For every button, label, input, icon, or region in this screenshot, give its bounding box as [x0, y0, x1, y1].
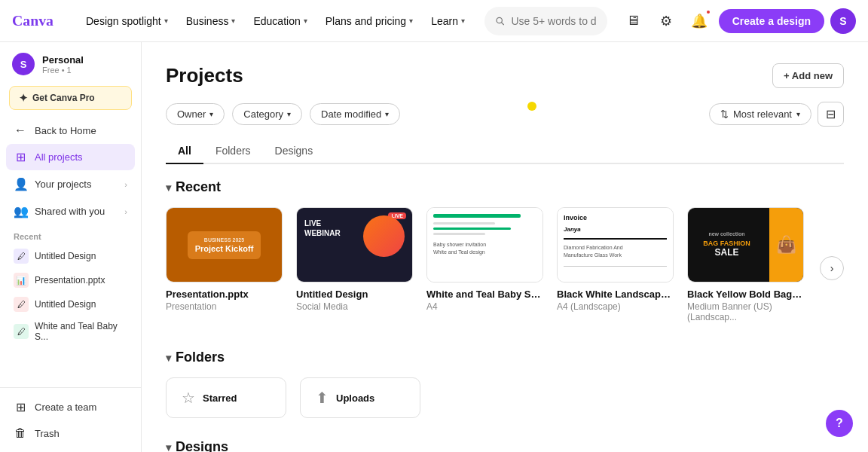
search-icon — [495, 15, 505, 27]
chevron-down-icon: ▾ — [164, 17, 168, 25]
thumbnail-presentation: BUSINESS 2025 Project Kickoff — [167, 208, 282, 282]
chevron-down-icon: ▾ — [209, 110, 213, 118]
filters-bar: Owner ▾ Category ▾ Date modified ▾ ⇅ Mos… — [166, 102, 844, 127]
recent-item-label: Untitled Design — [35, 299, 96, 310]
card-title: Presentation.pptx — [166, 289, 283, 300]
folder-label: Starred — [203, 392, 237, 404]
thumbnail-bw: Invoice Janya Diamond Fabrication AndMan… — [558, 208, 673, 282]
grid-icon: ⊞ — [14, 150, 27, 164]
profile-info: Personal Free • 1 — [42, 54, 84, 75]
recent-chevron-icon: ▾ — [166, 182, 171, 194]
card-baby-shower[interactable]: Baby shower invitationWhite and Teal des… — [426, 207, 543, 322]
chevron-right-icon: › — [124, 207, 127, 216]
thumbnail-fashion: new collection BAG FASHION SALE 👜 — [688, 208, 803, 282]
recent-item-label: Presentation.pptx — [35, 275, 105, 286]
sidebar-item-shared-with-you[interactable]: 👥 Shared with you › — [6, 198, 135, 224]
sort-area: ⇅ Most relevant ▾ ⊟ — [709, 102, 844, 127]
page-title: Projects — [166, 64, 243, 87]
chevron-down-icon: ▾ — [409, 17, 413, 25]
chevron-down-icon: ▾ — [461, 17, 465, 25]
nav-learn[interactable]: Learn ▾ — [423, 11, 472, 32]
trash-icon: 🗑 — [14, 426, 27, 440]
create-design-button[interactable]: Create a design — [719, 9, 824, 33]
sidebar-item-label: Trash — [35, 428, 60, 439]
card-subtitle: Social Media — [296, 301, 413, 312]
notification-wrapper: 🔔 — [686, 8, 713, 35]
sort-label: Most relevant — [733, 108, 792, 120]
sort-button[interactable]: ⇅ Most relevant ▾ — [709, 103, 811, 125]
tab-all[interactable]: All — [166, 139, 203, 164]
card-title: White and Teal Baby Sho... — [426, 289, 543, 300]
owner-filter-button[interactable]: Owner ▾ — [166, 103, 225, 125]
folders-chevron-icon: ▾ — [166, 352, 171, 364]
user-avatar-button[interactable]: S — [830, 8, 856, 34]
card-title: Black White Landscape O... — [557, 289, 674, 300]
people-icon: 👥 — [14, 204, 27, 218]
search-input[interactable] — [511, 15, 596, 27]
folders-section-title: ▾ Folders — [166, 350, 844, 365]
back-arrow-icon: ← — [14, 124, 27, 137]
recent-item-icon: 🖊 — [14, 249, 29, 264]
get-canva-pro-button[interactable]: ✦ Get Canva Pro — [9, 86, 132, 110]
folder-uploads[interactable]: ⬆ Uploads — [300, 377, 420, 418]
card-bw-landscape[interactable]: Invoice Janya Diamond Fabrication AndMan… — [557, 207, 674, 322]
sidebar-item-your-projects[interactable]: 👤 Your projects › — [6, 171, 135, 197]
nav-business[interactable]: Business ▾ — [179, 11, 243, 32]
card-subtitle: A4 (Landscape) — [557, 301, 674, 312]
help-button[interactable]: ? — [826, 410, 853, 437]
recent-item-label: White and Teal Baby S... — [35, 321, 127, 342]
topnav-right: 🖥 ⚙ 🔔 Create a design S — [619, 8, 856, 35]
svg-line-2 — [501, 22, 503, 24]
view-toggle-button[interactable]: ⊟ — [818, 102, 844, 127]
tabs-bar: All Folders Designs — [166, 139, 844, 164]
sidebar-item-label: Shared with you — [35, 206, 105, 217]
nav-education[interactable]: Education ▾ — [246, 11, 314, 32]
list-item[interactable]: 🖊 Untitled Design — [6, 292, 135, 316]
sidebar-item-create-team[interactable]: ⊞ Create a team — [6, 394, 135, 420]
list-item[interactable]: 🖊 Untitled Design — [6, 244, 135, 268]
card-title: Black Yellow Bold Bag Fa... — [687, 289, 804, 300]
star-icon: ✦ — [19, 92, 28, 104]
card-thumbnail: BUSINESS 2025 Project Kickoff — [166, 207, 283, 282]
list-item[interactable]: 📊 Presentation.pptx — [6, 268, 135, 292]
folder-label: Uploads — [336, 392, 374, 404]
tab-designs[interactable]: Designs — [263, 139, 326, 164]
projects-header: Projects + Add new — [166, 63, 844, 88]
card-title: Untitled Design — [296, 289, 413, 300]
cards-next-button[interactable]: › — [820, 256, 844, 280]
recent-item-icon: 🖊 — [14, 297, 29, 312]
nav-design-spotlight[interactable]: Design spotlight ▾ — [78, 11, 176, 32]
star-icon: ☆ — [182, 389, 195, 407]
recent-section-label: Recent — [0, 224, 141, 244]
designs-section: ▾ Designs — [166, 439, 844, 452]
sidebar-item-trash[interactable]: 🗑 Trash — [6, 420, 135, 446]
card-presentation[interactable]: BUSINESS 2025 Project Kickoff Presentati… — [166, 207, 283, 322]
grid-view-icon: ⊟ — [826, 108, 836, 121]
list-item[interactable]: 🖊 White and Teal Baby S... — [6, 316, 135, 347]
folders-grid: ☆ Starred ⬆ Uploads — [166, 377, 844, 418]
sidebar-item-all-projects[interactable]: ⊞ All projects — [6, 144, 135, 170]
date-modified-filter-button[interactable]: Date modified ▾ — [310, 103, 400, 125]
sidebar-bottom: ⊞ Create a team 🗑 Trash — [0, 391, 141, 452]
tab-folders[interactable]: Folders — [203, 139, 263, 164]
card-thumbnail: Invoice Janya Diamond Fabrication AndMan… — [557, 207, 674, 282]
desktop-icon-btn[interactable]: 🖥 — [619, 8, 646, 35]
nav-plans-pricing[interactable]: Plans and pricing ▾ — [318, 11, 420, 32]
search-bar[interactable] — [484, 7, 607, 35]
folder-starred[interactable]: ☆ Starred — [166, 377, 286, 418]
category-filter-button[interactable]: Category ▾ — [232, 103, 302, 125]
add-new-button[interactable]: + Add new — [772, 63, 844, 88]
notification-dot — [705, 9, 711, 15]
sidebar-profile: S Personal Free • 1 — [0, 42, 141, 83]
person-icon: 👤 — [14, 177, 27, 191]
thumbnail-social: LIVE LIVEWEBINAR — [297, 208, 412, 282]
sidebar-divider — [0, 387, 141, 388]
card-social-media[interactable]: LIVE LIVEWEBINAR Untitled Design Social … — [296, 207, 413, 322]
sidebar-item-back-to-home[interactable]: ← Back to Home — [6, 118, 135, 143]
card-subtitle: Medium Banner (US) (Landscap... — [687, 301, 804, 322]
owner-filter-label: Owner — [177, 108, 206, 120]
settings-icon-btn[interactable]: ⚙ — [653, 8, 680, 35]
card-fashion-banner[interactable]: new collection BAG FASHION SALE 👜 Black … — [687, 207, 804, 322]
chevron-down-icon: ▾ — [385, 110, 389, 118]
logo[interactable]: Canva — [12, 11, 66, 32]
